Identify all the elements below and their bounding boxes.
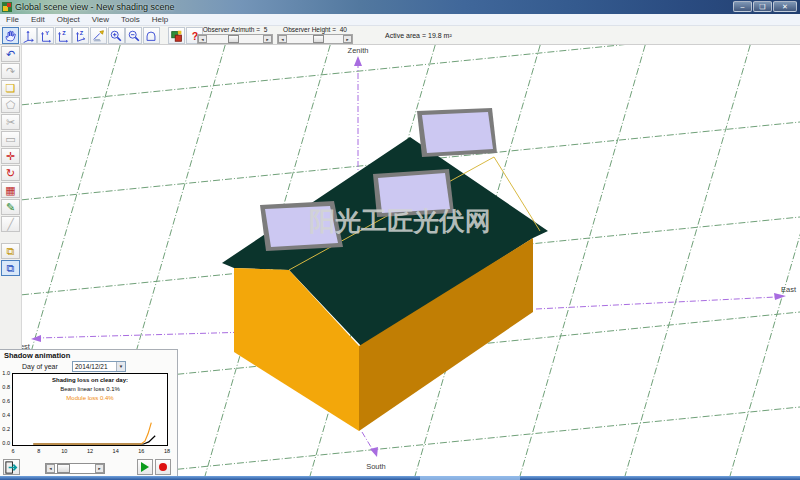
close-button[interactable]: ✕: [773, 1, 797, 12]
axes-3d-icon: [21, 29, 35, 43]
menu-file[interactable]: File: [0, 14, 25, 25]
cut-tool-button[interactable]: ✂: [1, 114, 20, 130]
observer-height-slider[interactable]: ◄ ►: [277, 34, 353, 44]
menu-bar: FileEditObjectViewToolsHelp: [0, 14, 800, 26]
broom-icon: [92, 29, 106, 43]
grid-snap-button[interactable]: ▦: [1, 182, 20, 198]
diagonal-icon: ╱: [7, 218, 14, 230]
azimuth-slider-right-arrow[interactable]: ►: [263, 35, 272, 43]
zoom-in-button[interactable]: [108, 27, 125, 44]
axis-y-icon: Y: [39, 29, 53, 43]
scissors-icon: ✂: [6, 116, 15, 128]
menu-tools[interactable]: Tools: [115, 14, 146, 25]
x-axis-tick-label: 18: [161, 448, 173, 454]
observer-height-label: Observer Height = 40: [277, 26, 353, 34]
layers-front-button[interactable]: ⧉: [1, 243, 20, 259]
chart-annotation: Module loss 0.4%: [12, 395, 168, 401]
height-slider-left-arrow[interactable]: ◄: [278, 35, 287, 43]
shadow-animation-title: Shadow animation: [4, 351, 70, 360]
duplicate-icon: ❏: [6, 82, 16, 94]
move-arrows-icon: ✛: [6, 150, 15, 162]
zoom-out-button[interactable]: [125, 27, 142, 44]
observer-azimuth-slider[interactable]: ◄ ►: [197, 34, 273, 44]
app-icon: [2, 2, 12, 12]
arch-icon: [144, 29, 158, 43]
scrollbar-left-arrow[interactable]: ◄: [46, 464, 55, 473]
realistic-view-button[interactable]: [168, 27, 185, 44]
play-animation-button[interactable]: [137, 459, 153, 475]
global-scene-view-window: Global scene view - New shading scene – …: [0, 0, 800, 480]
day-of-year-value: 2014/12/21: [75, 363, 108, 370]
view-top-button[interactable]: Y: [37, 27, 54, 44]
svg-text:Z: Z: [80, 30, 84, 36]
combobox-dropdown-arrow-icon[interactable]: ▼: [116, 362, 125, 371]
window-title: Global scene view - New shading scene: [15, 2, 175, 12]
x-axis-tick-label: 10: [58, 448, 70, 454]
undo-button[interactable]: ↶: [1, 46, 20, 62]
toolbar: YZZ? Observer Azimuth = 5 ◄ ► Observer H…: [0, 26, 800, 45]
redo-button[interactable]: ↷: [1, 63, 20, 79]
measure-line-button[interactable]: ✎: [1, 199, 20, 215]
rotate-object-button[interactable]: ↻: [1, 165, 20, 181]
exit-door-icon: [4, 460, 19, 475]
menu-object[interactable]: Object: [51, 14, 86, 25]
animation-time-scrollbar[interactable]: ◄ ►: [45, 463, 105, 474]
exit-animation-button[interactable]: [3, 459, 20, 475]
day-of-year-combobox[interactable]: 2014/12/21 ▼: [72, 361, 126, 372]
layers-icon: ⧉: [7, 245, 15, 257]
pv-panel[interactable]: [422, 112, 493, 153]
minimize-button[interactable]: –: [733, 1, 752, 12]
undo-icon: ↶: [6, 48, 15, 60]
grid-icon: ▦: [5, 184, 15, 196]
fit-view-button[interactable]: [143, 27, 160, 44]
pan-tool-button[interactable]: [2, 27, 19, 44]
zenith-axis-label: Zenith: [348, 46, 369, 55]
view-front-button[interactable]: Z: [55, 27, 72, 44]
maximize-button[interactable]: ❏: [753, 1, 772, 12]
scrollbar-thumb[interactable]: [57, 464, 70, 473]
title-bar[interactable]: Global scene view - New shading scene – …: [0, 0, 800, 14]
y-axis-tick-label: 0.8: [0, 384, 10, 390]
menu-help[interactable]: Help: [146, 14, 174, 25]
zoom-in-icon: [109, 29, 123, 43]
height-slider-thumb[interactable]: [313, 35, 324, 43]
y-axis-tick-label: 0.2: [0, 426, 10, 432]
duplicate-object-button[interactable]: ❏: [1, 80, 20, 96]
menu-edit[interactable]: Edit: [25, 14, 51, 25]
south-axis-label: South: [366, 462, 386, 471]
shadow-animation-panel: Shadow animation Day of year 2014/12/21 …: [0, 349, 178, 476]
watermark-text: 阳光工匠光伏网: [309, 204, 491, 239]
svg-text:Z: Z: [62, 30, 66, 36]
chart-annotation: Shading loss on clear day:: [12, 377, 168, 383]
polygon-tool-button[interactable]: ⬠: [1, 97, 20, 113]
shading-loss-chart: [12, 373, 168, 446]
taskbar-active-window-button[interactable]: [420, 476, 520, 480]
rectangle-tool-button[interactable]: ▭: [1, 131, 20, 147]
hand-icon: [4, 29, 18, 43]
view-side-button[interactable]: Z: [72, 27, 89, 44]
axis-tz-icon: Z: [74, 29, 88, 43]
render-shadows-button[interactable]: [90, 27, 107, 44]
x-axis-tick-label: 14: [110, 448, 122, 454]
azimuth-slider-thumb[interactable]: [228, 35, 239, 43]
windows-taskbar[interactable]: [0, 476, 800, 480]
rectangle-icon: ▭: [5, 133, 15, 145]
svg-text:Y: Y: [45, 30, 49, 36]
scrollbar-right-arrow[interactable]: ►: [95, 464, 104, 473]
menu-view[interactable]: View: [86, 14, 115, 25]
move-object-button[interactable]: ✛: [1, 148, 20, 164]
diagonal-tool-button[interactable]: ╱: [1, 216, 20, 232]
record-icon: [159, 463, 167, 471]
chart-annotation: Beam linear loss 0.1%: [12, 386, 168, 392]
azimuth-slider-left-arrow[interactable]: ◄: [198, 35, 207, 43]
play-icon: [141, 462, 149, 472]
y-axis-tick-label: 0.6: [0, 398, 10, 404]
record-animation-button[interactable]: [155, 459, 171, 475]
zoom-out-icon: [127, 29, 141, 43]
series-module-loss: [33, 423, 151, 444]
height-slider-right-arrow[interactable]: ►: [343, 35, 352, 43]
orientation-axes-button[interactable]: [20, 27, 37, 44]
active-area-readout: Active area = 19.8 m²: [385, 32, 452, 39]
series-beam-linear-loss: [33, 436, 155, 444]
layers-back-button[interactable]: ⧉: [1, 260, 20, 276]
